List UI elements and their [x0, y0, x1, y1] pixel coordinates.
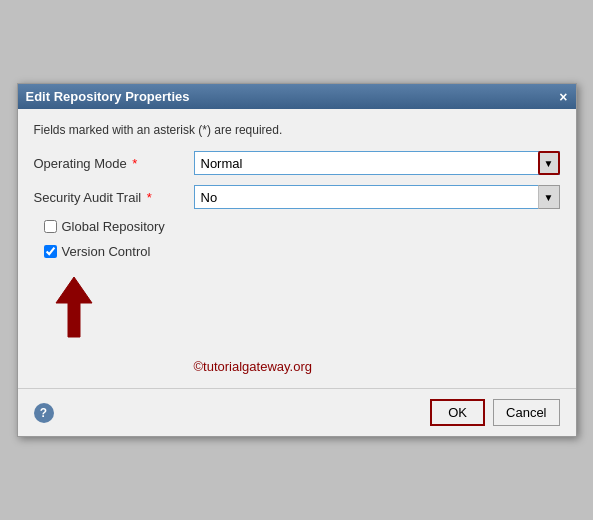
version-control-checkbox[interactable] — [44, 245, 57, 258]
security-audit-trail-dropdown-arrow[interactable]: ▼ — [538, 185, 560, 209]
required-star: * — [129, 156, 138, 171]
up-arrow-annotation — [46, 275, 560, 343]
watermark-text: ©tutorialgateway.org — [194, 359, 560, 374]
operating-mode-label: Operating Mode * — [34, 156, 194, 171]
dialog-body: Fields marked with an asterisk (*) are r… — [18, 109, 576, 388]
global-repository-row: Global Repository — [44, 219, 560, 234]
title-bar: Edit Repository Properties × — [18, 84, 576, 109]
operating-mode-select[interactable]: Normal Protected Locked — [194, 151, 560, 175]
version-control-row: Version Control — [44, 244, 560, 259]
dialog-title: Edit Repository Properties — [26, 89, 190, 104]
instruction-text: Fields marked with an asterisk (*) are r… — [34, 123, 560, 137]
close-button[interactable]: × — [559, 90, 567, 104]
arrow-svg — [46, 275, 101, 340]
dialog-footer: ? OK Cancel — [18, 388, 576, 436]
svg-marker-0 — [56, 277, 92, 337]
global-repository-checkbox[interactable] — [44, 220, 57, 233]
global-repository-label[interactable]: Global Repository — [62, 219, 165, 234]
security-audit-trail-select-wrapper: No Yes ▼ — [194, 185, 560, 209]
version-control-label[interactable]: Version Control — [62, 244, 151, 259]
footer-buttons: OK Cancel — [430, 399, 559, 426]
operating-mode-select-wrapper: Normal Protected Locked ▼ — [194, 151, 560, 175]
help-button[interactable]: ? — [34, 403, 54, 423]
security-audit-trail-label: Security Audit Trail * — [34, 190, 194, 205]
required-star-2: * — [143, 190, 152, 205]
edit-repository-dialog: Edit Repository Properties × Fields mark… — [17, 83, 577, 437]
form-section: Operating Mode * Normal Protected Locked… — [34, 151, 560, 259]
operating-mode-dropdown-arrow[interactable]: ▼ — [538, 151, 560, 175]
security-audit-trail-select[interactable]: No Yes — [194, 185, 560, 209]
security-audit-trail-row: Security Audit Trail * No Yes ▼ — [34, 185, 560, 209]
ok-button[interactable]: OK — [430, 399, 485, 426]
cancel-button[interactable]: Cancel — [493, 399, 559, 426]
operating-mode-row: Operating Mode * Normal Protected Locked… — [34, 151, 560, 175]
